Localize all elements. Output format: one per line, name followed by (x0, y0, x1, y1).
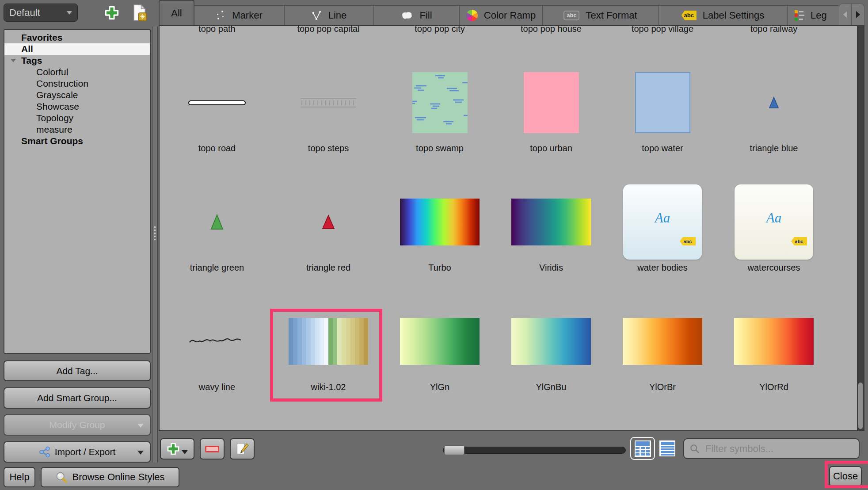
group-item-colorful[interactable]: Colorful (4, 66, 150, 78)
style-database-select[interactable]: Default (4, 4, 78, 22)
slider-thumb[interactable] (444, 445, 464, 455)
symbol-cell-triangle-green[interactable]: triangle green (161, 184, 273, 303)
color-ramp-preview (734, 318, 814, 365)
group-item-construction[interactable]: Construction (4, 78, 150, 89)
filter-symbols-box (683, 438, 860, 459)
symbol-label: topo water (607, 143, 718, 153)
style-database-value: Default (9, 7, 40, 19)
style-manager-dialog: { "header": { "profile": { "value": "Def… (0, 0, 868, 490)
symbol-label: topo pop village (607, 25, 718, 34)
sample-text: Aa (623, 210, 702, 226)
symbol-cell-ylgnbu[interactable]: YlGnBu (495, 303, 607, 423)
symbol-cell-triangle-red[interactable]: triangle red (273, 184, 384, 303)
scrollbar-thumb[interactable] (858, 383, 863, 429)
marker-symbol-preview (769, 96, 779, 109)
symbol-cell-topo-urban[interactable]: topo urban (495, 65, 607, 184)
tab-label: Marker (232, 10, 262, 21)
symbol-cell-wiki-102[interactable]: wiki-1.02 (273, 303, 384, 423)
add-tag-button[interactable]: Add Tag... (4, 360, 151, 381)
symbol-cell-ylorrd[interactable]: YlOrRd (718, 303, 830, 423)
chevron-left-icon (843, 11, 847, 18)
group-item-favorites[interactable]: Favorites (4, 32, 150, 43)
symbol-cell-turbo[interactable]: Turbo (384, 184, 495, 303)
fill-symbol-preview (524, 72, 579, 133)
symbol-cell-ylgn[interactable]: YlGn (384, 303, 495, 423)
tab-label: Text Format (586, 10, 637, 21)
tab-line[interactable]: Line (285, 5, 374, 25)
tab-legend-patch-shapes[interactable]: Leg (788, 5, 839, 25)
annotation-highlight-box (270, 309, 382, 402)
tab-marker[interactable]: Marker (194, 5, 285, 25)
symbol-label: YlOrRd (718, 382, 830, 392)
symbol-cell-topo-steps[interactable]: topo steps (273, 65, 384, 184)
new-style-database-button[interactable]: ✳ (129, 4, 149, 22)
splitter-handle[interactable] (152, 27, 158, 463)
group-item-topology[interactable]: Topology (4, 112, 150, 124)
minus-icon (205, 446, 219, 452)
tab-label-settings[interactable]: abc Label Settings (659, 5, 788, 25)
add-item-button[interactable] (160, 438, 194, 459)
group-item-tags[interactable]: Tags (4, 55, 150, 66)
help-button[interactable]: Help (4, 467, 35, 487)
tab-text-format[interactable]: abc Text Format (543, 5, 659, 25)
symbol-cell-topo-road[interactable]: topo road (161, 65, 273, 184)
symbol-label: triangle green (161, 263, 273, 273)
symbol-row: triangle green triangle red Turbo Viridi… (161, 184, 830, 303)
remove-item-button[interactable] (200, 438, 225, 459)
filter-symbols-input[interactable] (704, 443, 853, 455)
chevron-down-icon (67, 11, 72, 15)
group-item-all[interactable]: All (4, 43, 150, 55)
browse-online-styles-button[interactable]: Browse Online Styles (41, 467, 179, 487)
chevron-down-icon (137, 451, 144, 455)
search-icon (689, 444, 700, 454)
symbol-label: Viridis (495, 263, 607, 273)
add-smart-group-button[interactable]: Add Smart Group... (4, 387, 151, 409)
tab-scroll-left-button[interactable] (839, 4, 852, 25)
vertical-scrollbar[interactable] (857, 26, 864, 430)
symbol-cell-topo-water[interactable]: topo water (607, 65, 718, 184)
marker-icon (216, 10, 226, 21)
symbol-cell-water-bodies[interactable]: Aa abc water bodies (607, 184, 718, 303)
group-item-smart-groups[interactable]: Smart Groups (4, 135, 150, 147)
text-format-preview: Aa abc (735, 184, 813, 260)
group-item-grayscale[interactable]: Grayscale (4, 89, 150, 101)
tab-color-ramp[interactable]: Color Ramp (460, 5, 543, 25)
symbol-label: YlOrBr (607, 382, 718, 392)
tab-all[interactable]: All (159, 0, 194, 25)
symbol-cell-watercourses[interactable]: Aa abc watercourses (718, 184, 830, 303)
expander-icon[interactable] (11, 59, 16, 62)
symbol-grid-panel: topo path topo pop capital topo pop city… (159, 25, 864, 431)
group-item-showcase[interactable]: Showcase (4, 101, 150, 112)
group-item-measure[interactable]: measure (4, 124, 150, 135)
symbol-label: topo steps (273, 143, 384, 153)
color-ramp-preview (511, 318, 591, 365)
tab-fill[interactable]: Fill (374, 5, 460, 25)
add-style-database-button[interactable] (102, 4, 122, 22)
symbol-cell-wavy-line[interactable]: wavy line (161, 303, 273, 423)
color-ramp-preview (623, 318, 702, 365)
symbol-cell-topo-pop-capital[interactable]: topo pop capital (273, 25, 384, 65)
symbol-cell-topo-path[interactable]: topo path (161, 25, 273, 65)
import-export-button[interactable]: Import / Export (4, 441, 151, 463)
symbol-cell-topo-pop-city[interactable]: topo pop city (384, 25, 495, 65)
color-ramp-preview (400, 199, 480, 245)
symbol-cell-topo-pop-village[interactable]: topo pop village (607, 25, 718, 65)
tab-label: Color Ramp (484, 10, 536, 21)
symbol-cell-topo-swamp[interactable]: topo swamp (384, 65, 495, 184)
symbol-cell-viridis[interactable]: Viridis (495, 184, 607, 303)
symbol-label: topo urban (495, 143, 607, 153)
edit-item-button[interactable] (230, 438, 255, 459)
icon-view-toggle[interactable] (630, 437, 655, 460)
tab-scroll-right-button[interactable] (852, 4, 864, 25)
symbol-cell-triangle-blue[interactable]: triangle blue (718, 65, 830, 184)
symbol-label: topo pop capital (273, 25, 384, 34)
list-view-toggle[interactable] (659, 440, 675, 456)
modify-group-button[interactable]: Modify Group (4, 414, 151, 436)
color-ramp-preview (511, 199, 591, 245)
symbol-label: topo path (161, 25, 273, 34)
symbol-cell-topo-railway[interactable]: topo railway (718, 25, 830, 65)
symbol-cell-ylorbr[interactable]: YlOrBr (607, 303, 718, 423)
tab-label: Label Settings (703, 10, 764, 21)
thumbnail-size-slider[interactable] (443, 447, 626, 454)
symbol-cell-topo-pop-house[interactable]: topo pop house (495, 25, 607, 65)
